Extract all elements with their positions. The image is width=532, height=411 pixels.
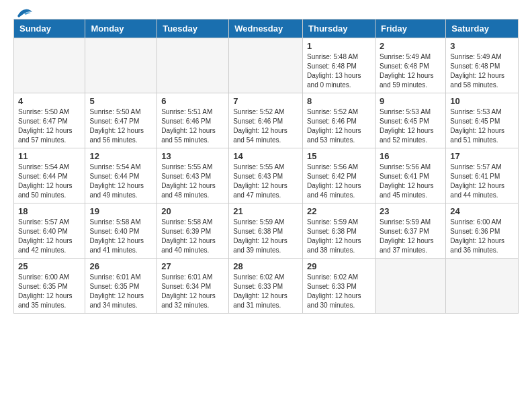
day-info: Sunrise: 5:56 AM Sunset: 6:42 PM Dayligh… — [307, 163, 371, 200]
day-number: 19 — [89, 206, 152, 216]
calendar-cell: 16Sunrise: 5:56 AM Sunset: 6:41 PM Dayli… — [375, 148, 445, 203]
day-info: Sunrise: 5:59 AM Sunset: 6:38 PM Dayligh… — [307, 218, 371, 255]
day-number: 2 — [380, 41, 441, 51]
day-number: 28 — [233, 261, 298, 271]
calendar-cell: 11Sunrise: 5:54 AM Sunset: 6:44 PM Dayli… — [14, 148, 85, 203]
day-info: Sunrise: 6:02 AM Sunset: 6:33 PM Dayligh… — [233, 273, 298, 310]
calendar-cell: 8Sunrise: 5:52 AM Sunset: 6:46 PM Daylig… — [303, 93, 375, 148]
calendar-cell: 25Sunrise: 6:00 AM Sunset: 6:35 PM Dayli… — [14, 259, 85, 314]
day-number: 25 — [18, 261, 81, 271]
calendar-cell: 23Sunrise: 5:59 AM Sunset: 6:37 PM Dayli… — [375, 203, 445, 259]
calendar-cell: 3Sunrise: 5:49 AM Sunset: 6:48 PM Daylig… — [446, 38, 519, 93]
calendar-table: SundayMondayTuesdayWednesdayThursdayFrid… — [13, 19, 519, 314]
day-info: Sunrise: 5:57 AM Sunset: 6:40 PM Dayligh… — [18, 218, 81, 255]
day-info: Sunrise: 5:49 AM Sunset: 6:48 PM Dayligh… — [380, 52, 441, 90]
calendar-cell: 20Sunrise: 5:58 AM Sunset: 6:39 PM Dayli… — [157, 203, 229, 259]
day-number: 21 — [233, 206, 298, 216]
day-number: 8 — [307, 96, 371, 106]
calendar-week-5: 25Sunrise: 6:00 AM Sunset: 6:35 PM Dayli… — [14, 259, 519, 314]
calendar-cell: 6Sunrise: 5:51 AM Sunset: 6:46 PM Daylig… — [157, 93, 229, 148]
day-info: Sunrise: 5:59 AM Sunset: 6:38 PM Dayligh… — [233, 218, 298, 255]
calendar-cell: 29Sunrise: 6:02 AM Sunset: 6:33 PM Dayli… — [303, 259, 375, 314]
day-number: 26 — [89, 261, 152, 271]
day-info: Sunrise: 5:59 AM Sunset: 6:37 PM Dayligh… — [380, 218, 441, 255]
day-info: Sunrise: 5:56 AM Sunset: 6:41 PM Dayligh… — [380, 163, 441, 200]
day-info: Sunrise: 5:58 AM Sunset: 6:39 PM Dayligh… — [161, 218, 224, 255]
calendar-header: SundayMondayTuesdayWednesdayThursdayFrid… — [14, 19, 519, 38]
day-header-wednesday: Wednesday — [229, 19, 303, 38]
day-number: 16 — [380, 151, 441, 161]
day-info: Sunrise: 6:00 AM Sunset: 6:35 PM Dayligh… — [18, 273, 81, 310]
calendar-week-1: 1Sunrise: 5:48 AM Sunset: 6:48 PM Daylig… — [14, 38, 519, 93]
day-header-tuesday: Tuesday — [157, 19, 229, 38]
day-header-thursday: Thursday — [303, 19, 375, 38]
calendar-cell — [446, 259, 519, 314]
calendar-cell — [157, 38, 229, 93]
calendar-cell: 26Sunrise: 6:01 AM Sunset: 6:35 PM Dayli… — [85, 259, 157, 314]
day-number: 17 — [450, 151, 514, 161]
day-header-sunday: Sunday — [14, 19, 85, 38]
day-number: 29 — [307, 261, 371, 271]
day-number: 7 — [233, 96, 298, 106]
day-number: 4 — [18, 96, 81, 106]
day-number: 9 — [380, 96, 441, 106]
day-number: 22 — [307, 206, 371, 216]
calendar-cell: 17Sunrise: 5:57 AM Sunset: 6:41 PM Dayli… — [446, 148, 519, 203]
day-info: Sunrise: 5:57 AM Sunset: 6:41 PM Dayligh… — [450, 163, 514, 200]
calendar-cell: 27Sunrise: 6:01 AM Sunset: 6:34 PM Dayli… — [157, 259, 229, 314]
day-info: Sunrise: 6:00 AM Sunset: 6:36 PM Dayligh… — [450, 218, 514, 255]
day-info: Sunrise: 6:01 AM Sunset: 6:35 PM Dayligh… — [89, 273, 152, 310]
day-header-friday: Friday — [375, 19, 445, 38]
day-number: 1 — [307, 41, 371, 51]
day-number: 3 — [450, 41, 514, 51]
day-info: Sunrise: 6:01 AM Sunset: 6:34 PM Dayligh… — [161, 273, 224, 310]
day-info: Sunrise: 5:48 AM Sunset: 6:48 PM Dayligh… — [307, 52, 371, 90]
day-info: Sunrise: 5:55 AM Sunset: 6:43 PM Dayligh… — [161, 163, 224, 200]
calendar-cell: 12Sunrise: 5:54 AM Sunset: 6:44 PM Dayli… — [85, 148, 157, 203]
day-number: 10 — [450, 96, 514, 106]
day-number: 27 — [161, 261, 224, 271]
calendar-cell: 9Sunrise: 5:53 AM Sunset: 6:45 PM Daylig… — [375, 93, 445, 148]
calendar-cell — [229, 38, 303, 93]
page-header — [0, 0, 532, 19]
day-number: 23 — [380, 206, 441, 216]
day-info: Sunrise: 5:58 AM Sunset: 6:40 PM Dayligh… — [89, 218, 152, 255]
day-number: 20 — [161, 206, 224, 216]
calendar-cell: 14Sunrise: 5:55 AM Sunset: 6:43 PM Dayli… — [229, 148, 303, 203]
calendar-body: 1Sunrise: 5:48 AM Sunset: 6:48 PM Daylig… — [14, 38, 519, 314]
day-info: Sunrise: 5:49 AM Sunset: 6:48 PM Dayligh… — [450, 52, 514, 90]
calendar-cell: 22Sunrise: 5:59 AM Sunset: 6:38 PM Dayli… — [303, 203, 375, 259]
day-number: 12 — [89, 151, 152, 161]
header-row: SundayMondayTuesdayWednesdayThursdayFrid… — [14, 19, 519, 38]
day-number: 6 — [161, 96, 224, 106]
day-info: Sunrise: 5:53 AM Sunset: 6:45 PM Dayligh… — [380, 107, 441, 145]
calendar-cell: 10Sunrise: 5:53 AM Sunset: 6:45 PM Dayli… — [446, 93, 519, 148]
day-info: Sunrise: 5:53 AM Sunset: 6:45 PM Dayligh… — [450, 107, 514, 145]
day-header-monday: Monday — [85, 19, 157, 38]
calendar-cell — [375, 259, 445, 314]
calendar-cell: 1Sunrise: 5:48 AM Sunset: 6:48 PM Daylig… — [303, 38, 375, 93]
calendar-cell: 5Sunrise: 5:50 AM Sunset: 6:47 PM Daylig… — [85, 93, 157, 148]
day-number: 11 — [18, 151, 81, 161]
day-number: 24 — [450, 206, 514, 216]
day-number: 5 — [89, 96, 152, 106]
calendar-cell: 7Sunrise: 5:52 AM Sunset: 6:46 PM Daylig… — [229, 93, 303, 148]
day-number: 14 — [233, 151, 298, 161]
calendar-week-3: 11Sunrise: 5:54 AM Sunset: 6:44 PM Dayli… — [14, 148, 519, 203]
calendar-week-4: 18Sunrise: 5:57 AM Sunset: 6:40 PM Dayli… — [14, 203, 519, 259]
day-info: Sunrise: 5:50 AM Sunset: 6:47 PM Dayligh… — [89, 107, 152, 145]
calendar-cell: 15Sunrise: 5:56 AM Sunset: 6:42 PM Dayli… — [303, 148, 375, 203]
calendar-cell: 2Sunrise: 5:49 AM Sunset: 6:48 PM Daylig… — [375, 38, 445, 93]
calendar-cell: 19Sunrise: 5:58 AM Sunset: 6:40 PM Dayli… — [85, 203, 157, 259]
day-info: Sunrise: 5:54 AM Sunset: 6:44 PM Dayligh… — [18, 163, 81, 200]
calendar-week-2: 4Sunrise: 5:50 AM Sunset: 6:47 PM Daylig… — [14, 93, 519, 148]
day-info: Sunrise: 5:54 AM Sunset: 6:44 PM Dayligh… — [89, 163, 152, 200]
day-info: Sunrise: 5:55 AM Sunset: 6:43 PM Dayligh… — [233, 163, 298, 200]
day-header-saturday: Saturday — [446, 19, 519, 38]
day-info: Sunrise: 5:51 AM Sunset: 6:46 PM Dayligh… — [161, 107, 224, 145]
calendar-container: SundayMondayTuesdayWednesdayThursdayFrid… — [0, 19, 532, 320]
day-number: 18 — [18, 206, 81, 216]
day-info: Sunrise: 5:52 AM Sunset: 6:46 PM Dayligh… — [307, 107, 371, 145]
calendar-cell: 13Sunrise: 5:55 AM Sunset: 6:43 PM Dayli… — [157, 148, 229, 203]
calendar-cell — [85, 38, 157, 93]
